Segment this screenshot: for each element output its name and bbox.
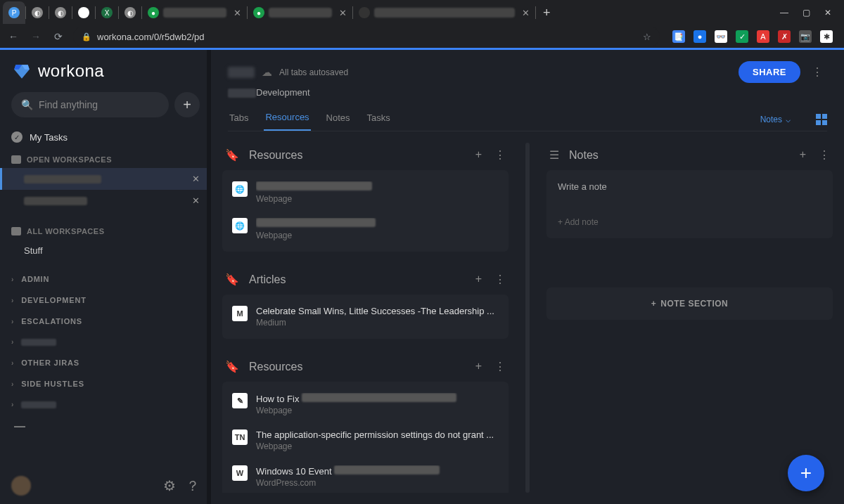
resource-favicon: 🌐: [232, 181, 248, 197]
more-icon[interactable]: ⋮: [494, 273, 506, 286]
sidebar-category[interactable]: ›SIDE HUSTLES: [0, 373, 211, 394]
more-icon[interactable]: ⋮: [494, 360, 506, 373]
more-icon[interactable]: ⋮: [807, 65, 827, 79]
resource-item[interactable]: ✎How to Fix Webpage: [222, 386, 509, 422]
share-button[interactable]: SHARE: [738, 61, 800, 83]
browser-tab[interactable]: ✕: [353, 1, 535, 24]
sidebar-category[interactable]: ›ADMIN: [0, 269, 211, 290]
forward-button[interactable]: →: [28, 31, 44, 42]
browser-tab[interactable]: ◐: [26, 1, 49, 24]
chevron-icon: ›: [11, 297, 14, 304]
favicon: G: [78, 7, 89, 18]
add-icon[interactable]: +: [475, 360, 482, 373]
sidebar-category[interactable]: ›: [0, 394, 211, 415]
new-tab-button[interactable]: +: [536, 6, 558, 20]
tab-notes[interactable]: Notes: [325, 108, 352, 130]
extension-icon[interactable]: ✱: [820, 30, 833, 43]
extension-icon[interactable]: 👓: [715, 30, 727, 43]
address-bar[interactable]: 🔒 workona.com/0/r5dwb2/pd ☆: [73, 27, 660, 46]
close-icon[interactable]: ✕: [192, 174, 200, 184]
add-button[interactable]: +: [174, 92, 200, 117]
all-workspaces-header: ALL WORKSPACES: [0, 220, 211, 240]
gear-icon[interactable]: ⚙: [163, 477, 176, 494]
add-note-link[interactable]: + Add note: [558, 217, 821, 227]
browser-tab[interactable]: ●✕: [248, 1, 352, 24]
collapse-icon[interactable]: —: [0, 415, 211, 439]
svg-rect-6: [822, 120, 827, 125]
sidebar-category[interactable]: ›: [0, 332, 211, 352]
chevron-icon: ›: [11, 380, 14, 388]
more-icon[interactable]: ⋮: [819, 148, 830, 162]
sidebar-resize-handle[interactable]: [207, 50, 211, 504]
bookmark-star-icon[interactable]: ☆: [643, 32, 651, 42]
section-title: Resources: [249, 361, 302, 373]
tab-tasks[interactable]: Tasks: [366, 108, 392, 130]
extension-icon[interactable]: A: [757, 30, 769, 43]
cloud-icon: ☁: [262, 66, 272, 79]
add-note-section-button[interactable]: +NOTE SECTION: [546, 287, 833, 320]
resource-favicon: M: [232, 306, 248, 321]
sidebar-category[interactable]: ›ESCALATIONS: [0, 311, 211, 332]
help-icon[interactable]: ？: [186, 477, 200, 496]
reload-button[interactable]: ⟳: [51, 31, 66, 42]
fab-add-button[interactable]: +: [788, 455, 824, 491]
notes-dropdown[interactable]: Notes⌵: [760, 115, 791, 124]
close-icon[interactable]: ✕: [192, 195, 200, 206]
workspace-item[interactable]: Stuff: [0, 240, 211, 261]
content-row: 🔖 Resources + ⋮ 🌐Webpage🌐Webpage 🔖 Artic…: [211, 131, 844, 504]
favicon: X: [101, 7, 113, 18]
browser-tab[interactable]: G: [72, 1, 95, 24]
resource-item[interactable]: MCelebrate Small Wins, Little Successes …: [222, 299, 509, 335]
workspace-item[interactable]: ✕: [0, 190, 211, 212]
sidebar-category[interactable]: ›DEVELOPMENT: [0, 290, 211, 311]
url-text: workona.com/0/r5dwb2/pd: [97, 32, 204, 42]
resource-item[interactable]: 🌐Webpage: [222, 211, 509, 247]
browser-tab[interactable]: ◐: [119, 1, 141, 24]
avatar[interactable]: [11, 476, 31, 496]
note-placeholder: Write a note: [558, 181, 821, 192]
resource-item[interactable]: 🌐Webpage: [222, 174, 509, 211]
add-icon[interactable]: +: [800, 148, 806, 162]
resource-source: WordPress.com: [256, 478, 499, 488]
minimize-icon[interactable]: —: [780, 8, 788, 18]
extension-icon[interactable]: ✓: [736, 30, 748, 43]
resource-item[interactable]: WWindows 10 Event WordPress.com: [222, 458, 509, 493]
note-input[interactable]: Write a note + Add note: [546, 170, 833, 238]
search-input[interactable]: 🔍 Find anything: [11, 92, 169, 117]
close-icon[interactable]: ✕: [522, 8, 530, 18]
browser-tab[interactable]: P: [3, 1, 25, 24]
workspace-item[interactable]: ✕: [0, 168, 211, 190]
sidebar-category[interactable]: ›OTHER JIRAS: [0, 352, 211, 373]
close-icon[interactable]: ✕: [234, 8, 241, 18]
browser-tab[interactable]: X: [96, 1, 118, 24]
tab-tabs[interactable]: Tabs: [228, 108, 250, 130]
grid-view-icon[interactable]: [816, 114, 827, 125]
sidebar-mytasks[interactable]: ✓ My Tasks: [0, 126, 211, 148]
extension-icon[interactable]: 📑: [672, 30, 685, 43]
extension-icon[interactable]: ✗: [778, 30, 791, 43]
workspace-name-redacted: [24, 197, 87, 205]
chevron-icon: ›: [11, 338, 14, 346]
more-icon[interactable]: ⋮: [494, 148, 506, 162]
notes-icon: ☰: [549, 148, 559, 162]
chevron-icon: ›: [11, 318, 14, 325]
close-icon[interactable]: ✕: [339, 8, 347, 18]
title-redacted: [256, 218, 376, 227]
extension-icon[interactable]: 📷: [799, 30, 812, 43]
resource-item[interactable]: TNThe application-specific permission se…: [222, 422, 509, 458]
logo[interactable]: workona: [0, 50, 211, 92]
browser-tab[interactable]: ●✕: [142, 1, 247, 24]
tab-resources[interactable]: Resources: [264, 108, 310, 131]
extension-icon[interactable]: ●: [693, 30, 706, 43]
column-divider[interactable]: [525, 143, 530, 493]
category-label: ADMIN: [21, 275, 49, 283]
tab-title-redacted: [374, 8, 515, 18]
back-button[interactable]: ←: [6, 31, 21, 42]
app-header: ☁ All tabs autosaved SHARE ⋮ Development…: [211, 50, 844, 131]
favicon: ●: [253, 7, 264, 18]
add-icon[interactable]: +: [475, 273, 482, 286]
maximize-icon[interactable]: ▢: [803, 8, 810, 18]
browser-tab[interactable]: ◐: [49, 1, 72, 24]
add-icon[interactable]: +: [475, 148, 482, 162]
close-icon[interactable]: ✕: [824, 8, 831, 18]
